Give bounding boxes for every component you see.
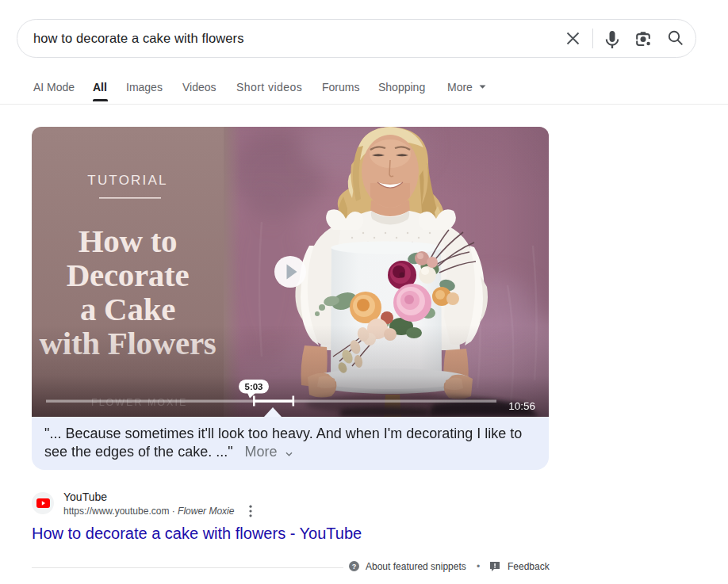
svg-text:How to: How to <box>79 223 178 259</box>
svg-text:10:56: 10:56 <box>508 400 535 412</box>
svg-text:5:03: 5:03 <box>244 382 262 391</box>
svg-text:a Cake: a Cake <box>80 291 175 327</box>
svg-text:?: ? <box>352 563 357 571</box>
svg-text:TUTORIAL: TUTORIAL <box>87 173 167 188</box>
svg-text:Decorate: Decorate <box>67 257 190 293</box>
